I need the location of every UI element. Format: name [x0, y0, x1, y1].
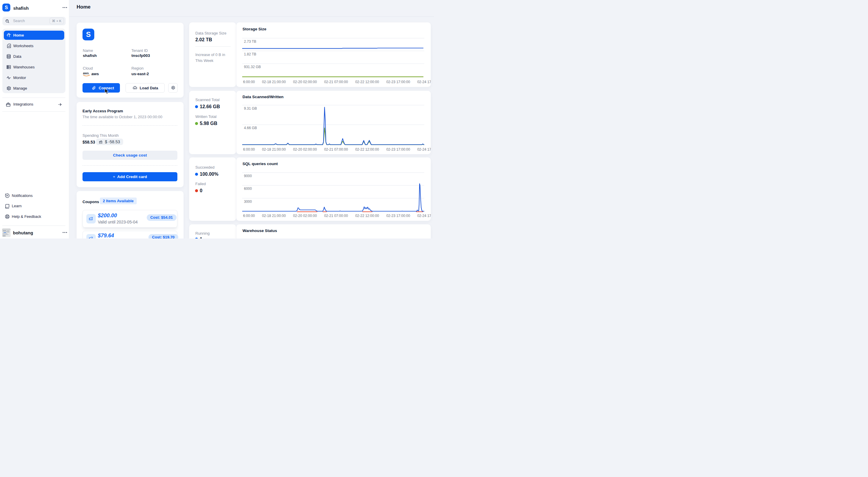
svg-text:02-23 17:00:00: 02-23 17:00:00: [386, 147, 410, 152]
svg-text:2.73 TB: 2.73 TB: [244, 39, 256, 43]
svg-text:aws: aws: [83, 71, 89, 74]
svg-text:6:00:00: 6:00:00: [243, 214, 255, 218]
svg-text:02-24 17:00:00: 02-24 17:00:00: [417, 80, 431, 84]
svg-text:02-18 21:00:00: 02-18 21:00:00: [262, 214, 286, 218]
svg-text:02-18 21:00:00: 02-18 21:00:00: [262, 80, 286, 84]
svg-text:02-21 07:00:00: 02-21 07:00:00: [324, 80, 348, 84]
svg-text:3000: 3000: [244, 200, 252, 204]
svg-text:02-23 17:00:00: 02-23 17:00:00: [386, 80, 410, 84]
svg-text:02-23 17:00:00: 02-23 17:00:00: [386, 214, 410, 218]
svg-text:02-20 02:00:00: 02-20 02:00:00: [293, 80, 317, 84]
svg-text:02-22 12:00:00: 02-22 12:00:00: [355, 214, 379, 218]
svg-text:1.82 TB: 1.82 TB: [244, 52, 256, 56]
svg-text:02-20 02:00:00: 02-20 02:00:00: [293, 147, 317, 152]
svg-text:4.66 GB: 4.66 GB: [244, 126, 257, 130]
svg-text:6000: 6000: [244, 187, 252, 191]
svg-text:6:00:00: 6:00:00: [243, 147, 255, 152]
svg-text:02-20 02:00:00: 02-20 02:00:00: [293, 214, 317, 218]
svg-text:02-18 21:00:00: 02-18 21:00:00: [262, 147, 286, 152]
svg-text:9.31 GB: 9.31 GB: [244, 107, 257, 111]
svg-text:02-24 17:00:00: 02-24 17:00:00: [417, 147, 431, 152]
svg-text:02-21 07:00:00: 02-21 07:00:00: [324, 214, 348, 218]
svg-text:931.32 GB: 931.32 GB: [244, 65, 261, 69]
svg-text:6:00:00: 6:00:00: [243, 80, 255, 84]
svg-text:9000: 9000: [244, 174, 252, 178]
svg-text:02-22 12:00:00: 02-22 12:00:00: [355, 147, 379, 152]
svg-text:02-21 07:00:00: 02-21 07:00:00: [324, 147, 348, 152]
svg-text:02-24 17:00:00: 02-24 17:00:00: [417, 214, 431, 218]
svg-text:02-22 12:00:00: 02-22 12:00:00: [355, 80, 379, 84]
